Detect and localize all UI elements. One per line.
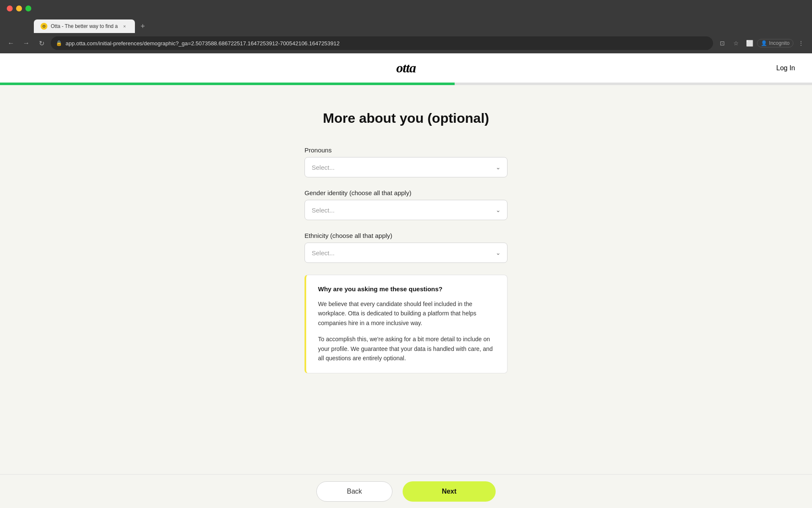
gender-identity-label: Gender identity (choose all that apply) [304,189,508,196]
traffic-light-yellow[interactable] [16,6,22,11]
back-button[interactable]: Back [316,481,392,502]
traffic-light-green[interactable] [25,6,31,11]
browser-chrome: O Otta - The better way to find a × + ← … [0,0,812,53]
gender-identity-field: Gender identity (choose all that apply) … [304,189,508,220]
ethnicity-field: Ethnicity (choose all that apply) Select… [304,232,508,263]
menu-icon[interactable]: ⋮ [795,37,807,49]
address-bar[interactable]: 🔒 app.otta.com/initial-preferences/demog… [51,36,713,50]
incognito-user-icon: 👤 [761,40,767,46]
tab-bar: O Otta - The better way to find a × + [0,17,812,33]
login-link[interactable]: Log In [776,64,795,72]
gender-identity-select[interactable]: Select... [304,200,508,220]
tab-close-button[interactable]: × [121,23,128,30]
progress-bar-fill [0,83,455,85]
extension-icon[interactable]: ⬜ [743,37,755,49]
next-button[interactable]: Next [403,481,496,502]
site-header-inner: otta Log In [0,53,812,83]
incognito-label: Incognito [769,40,790,46]
address-text: app.otta.com/initial-preferences/demogra… [66,40,708,47]
gender-identity-select-wrapper: Select... ⌄ [304,200,508,220]
titlebar [0,0,812,17]
pronouns-label: Pronouns [304,146,508,154]
info-box-title: Why are you asking me these questions? [318,285,495,293]
new-tab-button[interactable]: + [137,19,149,33]
info-box-paragraph-2: To accomplish this, we're asking for a b… [318,334,495,363]
pronouns-select[interactable]: Select... [304,157,508,177]
logo-text: otta [396,60,416,75]
incognito-badge: 👤 Incognito [757,39,793,47]
page-title: More about you (optional) [323,110,489,126]
progress-bar-container [0,83,812,85]
tab-title: Otta - The better way to find a [51,23,118,29]
info-box-paragraph-1: We believe that every candidate should f… [318,299,495,328]
page-wrapper: otta Log In More about you (optional) Pr… [0,53,812,508]
site-header: otta Log In [0,53,812,85]
pronouns-select-wrapper: Select... ⌄ [304,157,508,177]
info-box: Why are you asking me these questions? W… [304,275,508,373]
traffic-light-red[interactable] [7,6,13,11]
bookmark-icon[interactable]: ☆ [730,37,742,49]
back-nav-button[interactable]: ← [5,37,17,49]
pronouns-field: Pronouns Select... ⌄ [304,146,508,177]
site-logo: otta [396,60,416,76]
screenshare-icon[interactable]: ⊡ [716,37,728,49]
browser-actions: ⊡ ☆ ⬜ 👤 Incognito ⋮ [716,37,807,49]
reload-button[interactable]: ↻ [36,37,47,49]
forward-nav-button[interactable]: → [20,37,32,49]
main-content: More about you (optional) Pronouns Selec… [0,85,812,508]
form-container: Pronouns Select... ⌄ Gender identity (ch… [304,146,508,373]
lock-icon: 🔒 [56,40,62,46]
browser-tab[interactable]: O Otta - The better way to find a × [34,19,135,33]
omnibar: ← → ↻ 🔒 app.otta.com/initial-preferences… [0,33,812,53]
ethnicity-select[interactable]: Select... [304,243,508,263]
tab-favicon: O [41,23,47,30]
ethnicity-label: Ethnicity (choose all that apply) [304,232,508,239]
ethnicity-select-wrapper: Select... ⌄ [304,243,508,263]
footer-nav: Back Next [0,474,812,508]
